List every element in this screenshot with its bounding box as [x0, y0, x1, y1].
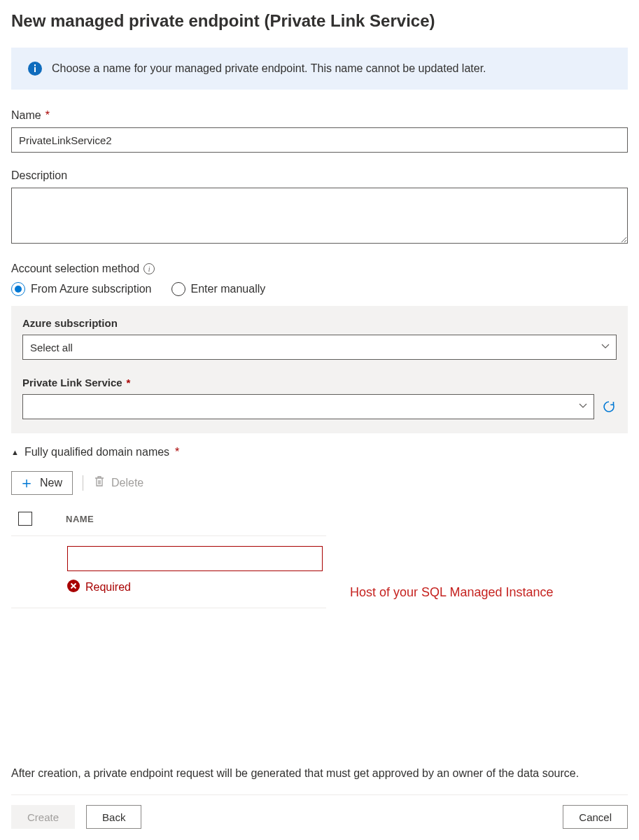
fqdn-input[interactable] [67, 546, 323, 571]
private-link-service-select[interactable] [22, 394, 594, 419]
info-banner: Choose a name for your managed private e… [11, 48, 628, 90]
description-label: Description [11, 169, 628, 182]
azure-subscription-select[interactable]: Select all [22, 335, 617, 360]
divider [83, 475, 83, 491]
delete-button: Delete [93, 475, 143, 491]
azure-subscription-label: Azure subscription [22, 317, 617, 329]
azure-sub-panel: Azure subscription Select all Private Li… [11, 306, 628, 433]
footer-note: After creation, a private endpoint reque… [11, 765, 628, 782]
fqdn-table-header: NAME [11, 509, 326, 536]
page-title: New managed private endpoint (Private Li… [11, 11, 628, 31]
radio-from-azure[interactable]: From Azure subscription [11, 282, 152, 296]
triangle-down-icon: ▲ [11, 448, 19, 456]
hint-overlay: Host of your SQL Managed Instance [350, 585, 554, 600]
back-button[interactable]: Back [86, 805, 141, 829]
info-banner-text: Choose a name for your managed private e… [52, 60, 486, 77]
radio-enter-manually[interactable]: Enter manually [171, 282, 266, 296]
svg-rect-2 [34, 64, 36, 66]
table-row: Required [11, 536, 326, 608]
create-button: Create [11, 805, 75, 829]
info-circle-icon[interactable]: i [143, 263, 155, 274]
refresh-button[interactable] [601, 399, 617, 414]
account-method-label: Account selection method i [11, 262, 628, 275]
new-button[interactable]: ＋ New [11, 471, 73, 495]
name-label: Name* [11, 109, 628, 122]
name-input[interactable] [11, 127, 628, 153]
cancel-button[interactable]: Cancel [563, 805, 628, 829]
error-icon [67, 580, 80, 595]
select-all-checkbox[interactable] [18, 512, 32, 526]
trash-icon [93, 475, 106, 491]
svg-rect-1 [34, 67, 36, 72]
error-text: Required [85, 581, 131, 594]
description-input[interactable] [11, 188, 628, 244]
plus-icon: ＋ [19, 475, 34, 491]
private-link-service-label: Private Link Service* [22, 377, 617, 388]
fqdn-section-header[interactable]: ▲ Fully qualified domain names * [11, 446, 628, 458]
column-header-name: NAME [66, 514, 94, 524]
info-icon [28, 62, 42, 76]
